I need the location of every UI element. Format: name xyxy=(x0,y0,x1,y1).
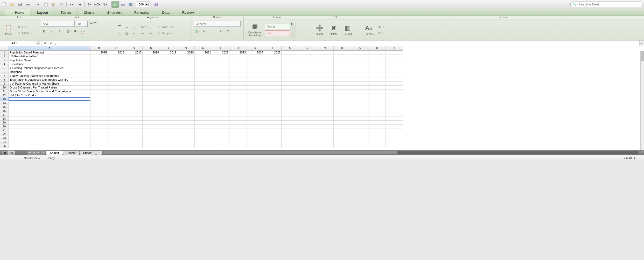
status-sum[interactable]: Sum=0▼ xyxy=(620,156,639,160)
cell[interactable]: Prevalence xyxy=(9,62,90,66)
cell[interactable] xyxy=(177,101,195,105)
cell[interactable] xyxy=(108,54,125,58)
cell[interactable] xyxy=(247,128,264,132)
cell[interactable] xyxy=(368,70,386,74)
cell[interactable] xyxy=(282,128,299,132)
conditional-formatting-button[interactable]: ▦Conditional Formatting xyxy=(246,20,264,39)
cell[interactable] xyxy=(316,101,334,105)
align-top-icon[interactable]: ▔ xyxy=(116,24,123,30)
cell[interactable] xyxy=(212,97,229,101)
cell[interactable] xyxy=(386,86,403,90)
cell[interactable] xyxy=(212,125,229,128)
autosum-icon[interactable]: Σ▾ xyxy=(86,1,93,8)
column-header[interactable]: D xyxy=(125,46,143,51)
cell[interactable] xyxy=(195,54,212,58)
cell[interactable] xyxy=(212,113,229,117)
open-file-icon[interactable] xyxy=(9,1,16,8)
cell[interactable] xyxy=(247,97,264,101)
cell[interactable] xyxy=(125,128,143,132)
sheet-tab[interactable]: Sheet1 xyxy=(46,150,63,155)
tab-data[interactable]: Data xyxy=(156,9,176,16)
cell[interactable] xyxy=(368,93,386,97)
cell[interactable] xyxy=(177,82,195,86)
cell[interactable] xyxy=(386,74,403,78)
indent-decrease-icon[interactable]: ⇤ xyxy=(139,30,146,36)
cell[interactable] xyxy=(282,82,299,86)
cell[interactable] xyxy=(143,121,160,125)
cell[interactable] xyxy=(90,70,108,74)
cell[interactable] xyxy=(177,144,195,148)
cell[interactable] xyxy=(299,105,316,109)
cell[interactable] xyxy=(386,90,403,93)
cell[interactable] xyxy=(386,136,403,140)
cell[interactable]: 2020 xyxy=(177,51,195,54)
cell[interactable] xyxy=(351,58,368,62)
cell[interactable] xyxy=(143,62,160,66)
insert-button[interactable]: ➕Insert xyxy=(313,20,326,39)
align-middle-icon[interactable]: ═ xyxy=(123,24,130,30)
page-layout-view-icon[interactable]: ▥ xyxy=(8,150,15,155)
row-header[interactable]: 11 xyxy=(0,90,9,93)
cell[interactable] xyxy=(195,132,212,136)
cell[interactable] xyxy=(195,78,212,82)
cell[interactable] xyxy=(160,101,177,105)
cell[interactable] xyxy=(125,132,143,136)
cell[interactable] xyxy=(90,58,108,62)
cell[interactable] xyxy=(229,121,247,125)
cell[interactable] xyxy=(229,109,247,113)
cell[interactable] xyxy=(125,109,143,113)
delete-button[interactable]: ✖Delete xyxy=(327,20,340,39)
cell[interactable] xyxy=(108,117,125,121)
cell[interactable] xyxy=(334,113,351,117)
cell[interactable] xyxy=(264,132,282,136)
cell[interactable] xyxy=(108,121,125,125)
row-header[interactable]: 13 xyxy=(0,97,9,101)
number-format-combo[interactable]: General▾ xyxy=(194,21,241,27)
name-box[interactable]: A13▾ xyxy=(0,40,41,46)
cell[interactable] xyxy=(143,136,160,140)
cell[interactable] xyxy=(264,105,282,109)
cell[interactable] xyxy=(143,97,160,101)
cell[interactable] xyxy=(334,101,351,105)
cell[interactable] xyxy=(264,97,282,101)
tab-home[interactable]: ⌂Home xyxy=(5,9,31,16)
cell[interactable] xyxy=(351,93,368,97)
font-color-button[interactable]: A▾ xyxy=(80,28,87,34)
cell[interactable] xyxy=(264,109,282,113)
cell[interactable] xyxy=(160,125,177,128)
column-header[interactable]: R xyxy=(368,46,386,51)
cell[interactable] xyxy=(247,62,264,66)
cell[interactable]: 2022 xyxy=(212,51,229,54)
cell[interactable] xyxy=(212,109,229,113)
cell[interactable] xyxy=(212,132,229,136)
cell[interactable] xyxy=(368,132,386,136)
cell[interactable] xyxy=(229,93,247,97)
cell[interactable] xyxy=(247,58,264,62)
cell[interactable] xyxy=(229,58,247,62)
cell[interactable] xyxy=(334,54,351,58)
cell[interactable] xyxy=(351,132,368,136)
cell[interactable] xyxy=(125,140,143,144)
normal-view-icon[interactable]: ▦ xyxy=(1,150,8,155)
cell[interactable] xyxy=(299,90,316,93)
cell[interactable] xyxy=(299,74,316,78)
cell[interactable] xyxy=(247,105,264,109)
cell[interactable] xyxy=(386,140,403,144)
cell[interactable] xyxy=(368,109,386,113)
cell[interactable] xyxy=(386,97,403,101)
media-icon[interactable] xyxy=(127,1,134,8)
tab-charts[interactable]: Charts xyxy=(78,9,101,16)
cell[interactable] xyxy=(351,54,368,58)
column-header[interactable]: N xyxy=(299,46,316,51)
cell[interactable] xyxy=(177,62,195,66)
cell[interactable] xyxy=(177,125,195,128)
cell[interactable] xyxy=(299,66,316,70)
cell[interactable] xyxy=(351,74,368,78)
cell[interactable] xyxy=(195,101,212,105)
cell[interactable] xyxy=(316,128,334,132)
cell[interactable] xyxy=(264,121,282,125)
cell[interactable] xyxy=(264,113,282,117)
cell[interactable] xyxy=(282,113,299,117)
cut-icon[interactable]: ✂ xyxy=(34,1,42,8)
cell[interactable] xyxy=(143,109,160,113)
